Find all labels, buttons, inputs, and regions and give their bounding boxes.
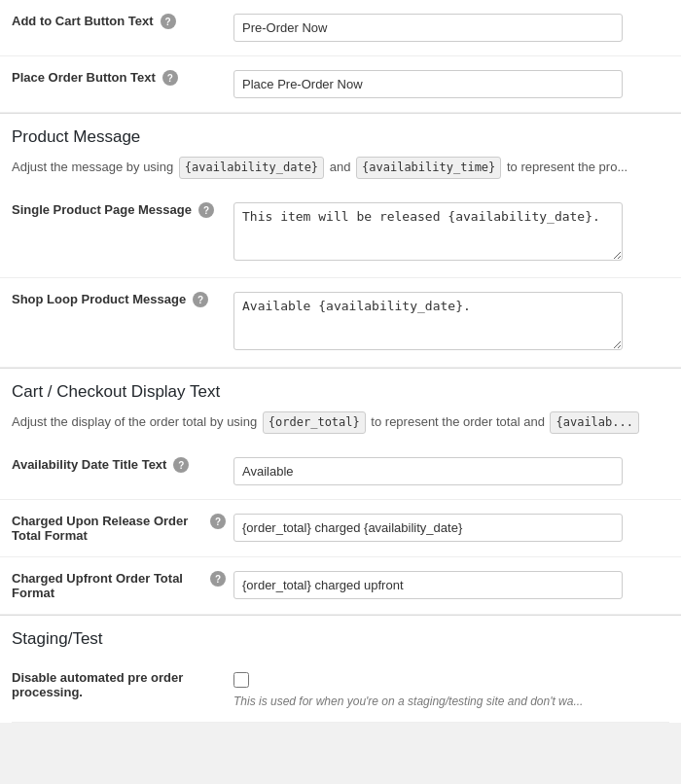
- desc-mid: to represent the order total and: [368, 414, 549, 429]
- cart-checkout-title: Cart / Checkout Display Text: [0, 368, 681, 410]
- desc-start: Adjust the display of the order total by…: [12, 414, 261, 429]
- charged-upfront-label: Charged Upfront Order Total Format: [12, 571, 203, 600]
- staging-label: Disable automated pre order processing.: [12, 670, 226, 699]
- table-row: Availability Date Title Text ?: [0, 444, 681, 500]
- place-order-input[interactable]: [233, 70, 623, 98]
- disable-pre-order-checkbox[interactable]: [233, 672, 249, 688]
- product-message-table: Single Product Page Message ? Shop Loop …: [0, 189, 681, 368]
- avail-date-label: Availability Date Title Text: [12, 457, 166, 472]
- tag1: {availability_date}: [179, 157, 324, 179]
- shop-loop-label: Shop Loop Product Message: [12, 292, 186, 306]
- table-row: Single Product Page Message ?: [0, 189, 681, 278]
- add-to-cart-label: Add to Cart Button Text: [12, 14, 154, 28]
- table-row: Charged Upfront Order Total Format ?: [0, 557, 681, 615]
- charged-upon-release-input[interactable]: [233, 514, 623, 542]
- cart-checkout-section: Cart / Checkout Display Text Adjust the …: [0, 368, 681, 615]
- product-message-title: Product Message: [0, 113, 681, 155]
- staging-content: Disable automated pre order processing. …: [0, 657, 681, 723]
- add-to-cart-input[interactable]: [233, 14, 623, 42]
- table-row: Place Order Button Text ?: [0, 56, 681, 113]
- staging-row: Disable automated pre order processing. …: [12, 657, 669, 723]
- help-icon[interactable]: ?: [198, 202, 214, 218]
- staging-title: Staging/Test: [0, 615, 681, 657]
- single-product-label: Single Product Page Message: [12, 202, 192, 217]
- avail-date-input[interactable]: [233, 457, 623, 485]
- single-product-textarea[interactable]: [233, 202, 623, 261]
- charged-upon-release-label: Charged Upon Release Order Total Format: [12, 514, 203, 543]
- cart-checkout-desc: Adjust the display of the order total by…: [0, 410, 681, 444]
- staging-section: Staging/Test Disable automated pre order…: [0, 615, 681, 723]
- desc-start: Adjust the message by using: [12, 160, 177, 174]
- charged-upfront-input[interactable]: [233, 571, 623, 599]
- avail-tag: {availab...: [550, 411, 638, 434]
- help-icon[interactable]: ?: [161, 14, 176, 29]
- staging-checkbox-area: This is used for when you're on a stagin…: [233, 670, 669, 708]
- cart-checkout-table: Availability Date Title Text ? Charged U…: [0, 444, 681, 615]
- table-row: Add to Cart Button Text ?: [0, 0, 681, 56]
- shop-loop-textarea[interactable]: [233, 292, 623, 350]
- product-message-section: Product Message Adjust the message by us…: [0, 113, 681, 368]
- buttons-table: Add to Cart Button Text ? Place Order Bu…: [0, 0, 681, 113]
- place-order-label: Place Order Button Text: [12, 70, 156, 85]
- help-icon[interactable]: ?: [162, 70, 178, 86]
- buttons-section: Add to Cart Button Text ? Place Order Bu…: [0, 0, 681, 113]
- help-icon[interactable]: ?: [210, 514, 226, 529]
- product-message-desc: Adjust the message by using {availabilit…: [0, 155, 681, 189]
- tag2: {availability_time}: [356, 157, 501, 179]
- desc-end: to represent the pro...: [503, 160, 627, 174]
- desc-mid: and: [326, 160, 354, 174]
- table-row: Shop Loop Product Message ?: [0, 278, 681, 368]
- staging-desc: This is used for when you're on a stagin…: [233, 695, 669, 708]
- help-icon[interactable]: ?: [210, 571, 226, 587]
- settings-panel: Add to Cart Button Text ? Place Order Bu…: [0, 0, 681, 723]
- help-icon[interactable]: ?: [173, 457, 189, 473]
- table-row: Charged Upon Release Order Total Format …: [0, 500, 681, 557]
- order-total-tag: {order_total}: [263, 411, 366, 434]
- help-icon[interactable]: ?: [193, 292, 208, 307]
